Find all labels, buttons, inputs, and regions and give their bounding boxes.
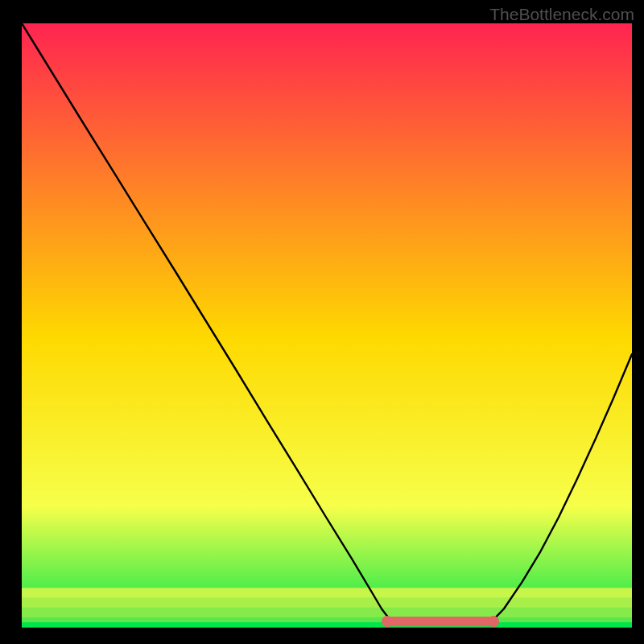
marker-endpoint: [382, 616, 393, 627]
bottom-strip: [22, 622, 632, 627]
marker-endpoint: [488, 616, 499, 627]
plot-background: [22, 23, 632, 627]
bottom-band: [22, 597, 632, 608]
chart-container: TheBottleneck.com: [0, 0, 644, 644]
bottleneck-curve-chart: [0, 0, 644, 644]
attribution-text: TheBottleneck.com: [489, 5, 634, 24]
bottom-band: [22, 588, 632, 598]
bottom-band: [22, 608, 632, 618]
